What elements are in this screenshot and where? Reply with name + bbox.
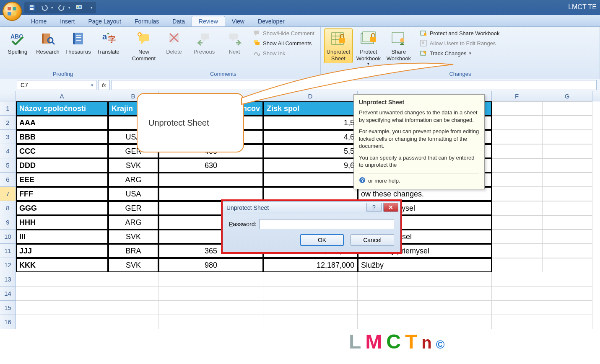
- cell[interactable]: [16, 272, 108, 287]
- cell[interactable]: SVK: [108, 158, 158, 173]
- redo-icon[interactable]: [57, 3, 66, 12]
- cell[interactable]: [263, 287, 358, 301]
- cell[interactable]: [492, 130, 542, 144]
- cell[interactable]: [542, 272, 592, 287]
- tab-insert[interactable]: Insert: [53, 16, 81, 26]
- tab-formulas[interactable]: Formulas: [128, 16, 166, 26]
- row-header[interactable]: 7: [0, 187, 16, 201]
- cell[interactable]: FFF: [16, 187, 108, 201]
- cell[interactable]: [16, 287, 108, 301]
- cell[interactable]: 630: [158, 158, 263, 173]
- cell[interactable]: [158, 287, 263, 301]
- cell[interactable]: SVK: [108, 230, 158, 244]
- fx-button[interactable]: fx: [98, 80, 110, 90]
- row-header[interactable]: 9: [0, 215, 16, 230]
- ok-button[interactable]: OK: [300, 234, 344, 246]
- header-cell[interactable]: Názov spoločnosti: [16, 101, 108, 116]
- cell[interactable]: [358, 272, 492, 287]
- cell[interactable]: 12,187,000: [263, 258, 358, 272]
- cell[interactable]: [492, 272, 542, 287]
- cell[interactable]: [492, 101, 542, 116]
- cell[interactable]: BBB: [16, 130, 108, 144]
- protect-share-workbook-button[interactable]: Protect and Share Workbook: [417, 28, 502, 38]
- cell[interactable]: [358, 301, 492, 315]
- row-header[interactable]: 2: [0, 116, 16, 130]
- cell[interactable]: [108, 287, 158, 301]
- cell[interactable]: [263, 315, 358, 329]
- qat-customize-icon[interactable]: ▾: [91, 5, 93, 10]
- cell[interactable]: [108, 315, 158, 329]
- cell[interactable]: HHH: [16, 215, 108, 230]
- cancel-button[interactable]: Cancel: [351, 234, 394, 246]
- previous-comment-button[interactable]: Previous: [190, 28, 218, 57]
- cell[interactable]: AAA: [16, 116, 108, 130]
- cell[interactable]: [542, 287, 592, 301]
- cell[interactable]: [263, 272, 358, 287]
- track-changes-button[interactable]: Track Changes ▾: [417, 49, 502, 58]
- cell[interactable]: [492, 258, 542, 272]
- cell[interactable]: [492, 187, 542, 201]
- row-header[interactable]: 5: [0, 158, 16, 173]
- row-header[interactable]: 15: [0, 301, 16, 315]
- dialog-close-button[interactable]: ✕: [383, 203, 398, 212]
- cell[interactable]: GGG: [16, 201, 108, 215]
- cell[interactable]: [358, 315, 492, 329]
- cell[interactable]: 1,5: [263, 116, 358, 130]
- cell[interactable]: [492, 201, 542, 215]
- cell[interactable]: [542, 101, 592, 116]
- office-button[interactable]: [3, 2, 22, 21]
- cell[interactable]: [492, 244, 542, 258]
- unprotect-sheet-button[interactable]: Unprotect Sheet: [324, 28, 353, 63]
- row-header[interactable]: 8: [0, 201, 16, 215]
- cell[interactable]: [158, 187, 263, 201]
- cell[interactable]: Služby: [358, 258, 492, 272]
- cell[interactable]: [492, 315, 542, 329]
- translate-button[interactable]: a字 Translate: [94, 28, 122, 57]
- next-comment-button[interactable]: Next: [220, 28, 249, 57]
- share-workbook-button[interactable]: Share Workbook: [384, 28, 413, 63]
- cell[interactable]: III: [16, 230, 108, 244]
- show-ink-button[interactable]: Show Ink: [250, 49, 317, 58]
- cell[interactable]: [158, 272, 263, 287]
- cell[interactable]: ARG: [108, 173, 158, 187]
- cell[interactable]: [542, 258, 592, 272]
- select-all-corner[interactable]: [0, 91, 16, 101]
- tab-review[interactable]: Review: [192, 16, 225, 26]
- tab-view[interactable]: View: [225, 16, 251, 26]
- cell[interactable]: BRA: [108, 244, 158, 258]
- cell[interactable]: [542, 215, 592, 230]
- cell[interactable]: [158, 173, 263, 187]
- cell[interactable]: [108, 272, 158, 287]
- col-header-F[interactable]: F: [492, 91, 542, 101]
- cell[interactable]: [542, 173, 592, 187]
- cell[interactable]: 4,6: [263, 130, 358, 144]
- col-header-A[interactable]: A: [16, 91, 108, 101]
- cell[interactable]: [542, 301, 592, 315]
- cell[interactable]: [542, 187, 592, 201]
- save-icon[interactable]: [28, 3, 36, 12]
- cell[interactable]: ARG: [108, 215, 158, 230]
- qat-item-icon[interactable]: [75, 3, 83, 12]
- cell[interactable]: [542, 130, 592, 144]
- undo-icon[interactable]: [40, 3, 49, 12]
- cell[interactable]: SVK: [108, 258, 158, 272]
- cell[interactable]: [263, 301, 358, 315]
- cell[interactable]: [108, 301, 158, 315]
- cell[interactable]: [16, 315, 108, 329]
- cell[interactable]: [542, 144, 592, 158]
- cell[interactable]: [542, 116, 592, 130]
- row-header[interactable]: 1: [0, 101, 16, 116]
- tab-home[interactable]: Home: [24, 16, 53, 26]
- cell[interactable]: [542, 230, 592, 244]
- row-header[interactable]: 4: [0, 144, 16, 158]
- cell[interactable]: 980: [158, 258, 263, 272]
- spelling-button[interactable]: ABC Spelling: [3, 28, 32, 57]
- cell[interactable]: [492, 144, 542, 158]
- cell[interactable]: [492, 215, 542, 230]
- name-box[interactable]: C7: [17, 80, 96, 90]
- show-all-comments-button[interactable]: Show All Comments: [250, 39, 317, 48]
- row-header[interactable]: 6: [0, 173, 16, 187]
- cell[interactable]: CCC: [16, 144, 108, 158]
- cell[interactable]: [263, 187, 358, 201]
- cell[interactable]: GER: [108, 201, 158, 215]
